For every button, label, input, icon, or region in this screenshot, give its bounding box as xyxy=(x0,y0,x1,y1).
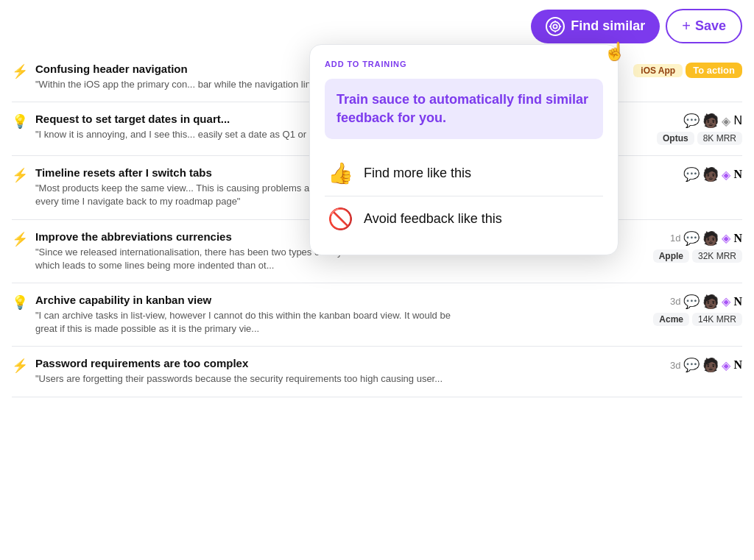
linear-icon: ◈ xyxy=(722,231,730,245)
bulb-icon: 💡 xyxy=(12,294,28,311)
feedback-title: Password requirements are too complex xyxy=(35,357,443,369)
bulb-icon: 💡 xyxy=(12,113,28,130)
slack-icon: 💬 xyxy=(683,230,700,247)
popup-highlight-text: Train sauce to automatically find simila… xyxy=(337,91,591,127)
avoid-feedback-label: Avoid feedback like this xyxy=(364,211,502,227)
notion-icon: N xyxy=(733,232,742,245)
person-icon: 🧑🏿 xyxy=(702,166,719,182)
bolt-icon: ⚡ xyxy=(12,231,28,247)
company-badge: Acme xyxy=(653,313,689,326)
notion-icon: N xyxy=(733,358,742,372)
find-similar-label: Find similar xyxy=(571,18,645,34)
to-action-badge: To action xyxy=(686,63,742,78)
add-to-training-popup: ADD TO TRAINING Train sauce to automatic… xyxy=(309,44,619,255)
feedback-meta: iOS App To action xyxy=(633,63,742,78)
meta-time: 3d xyxy=(670,360,680,371)
bolt-icon: ⚡ xyxy=(12,167,28,183)
popup-divider xyxy=(325,196,603,196)
feedback-meta: 💬 🧑🏿 ◈ N xyxy=(683,166,742,182)
save-label: Save xyxy=(695,18,726,34)
slack-icon: 💬 xyxy=(683,166,700,182)
feedback-meta: 3d 💬 🧑🏿 ◈ N xyxy=(670,357,742,373)
company-badge: Apple xyxy=(653,249,689,263)
find-similar-button[interactable]: Find similar xyxy=(531,10,660,43)
feedback-item-left: ⚡ Password requirements are too complex … xyxy=(12,357,670,386)
feedback-meta: 3d 💬 🧑🏿 ◈ N Acme 14K MRR xyxy=(653,294,742,326)
mrr-badge: 8K MRR xyxy=(697,132,742,145)
find-more-label: Find more like this xyxy=(364,166,471,181)
linear-icon: ◈ xyxy=(722,294,730,308)
linear-icon: ◈ xyxy=(722,168,730,182)
bolt-icon: ⚡ xyxy=(12,358,28,374)
find-similar-icon xyxy=(546,17,565,36)
feedback-title: Archive capability in kanban view xyxy=(35,294,462,306)
popup-highlight: Train sauce to automatically find simila… xyxy=(325,79,603,139)
feedback-meta: 💬 🧑🏿 ◈ N Optus 8K MRR xyxy=(657,113,742,145)
svg-point-0 xyxy=(551,21,560,31)
find-more-option[interactable]: 👍 Find more like this xyxy=(325,152,603,194)
feedback-body: "I can archive tasks in list-view, howev… xyxy=(35,309,462,336)
feedback-meta: 1d 💬 🧑🏿 ◈ N Apple 32K MRR xyxy=(653,230,742,263)
meta-time: 3d xyxy=(670,296,680,307)
notion-icon: N xyxy=(733,168,742,181)
notion-icon: N xyxy=(733,295,742,308)
feedback-body: "Users are forgetting their passwords be… xyxy=(35,372,443,386)
ios-app-badge: iOS App xyxy=(633,64,683,77)
company-badge: Optus xyxy=(657,132,694,145)
person-icon: 🧑🏿 xyxy=(702,294,719,310)
feedback-item-left: 💡 Archive capability in kanban view "I c… xyxy=(12,294,653,336)
slack-icon: 💬 xyxy=(683,357,700,373)
avoid-feedback-option[interactable]: 🚫 Avoid feedback like this xyxy=(325,198,603,240)
main-content: Find similar + Save ⚡ Confusing header n… xyxy=(0,0,754,560)
feedback-item: ⚡ Password requirements are too complex … xyxy=(12,347,742,397)
person-icon: 🧑🏿 xyxy=(702,230,719,247)
no-entry-icon: 🚫 xyxy=(328,207,353,231)
popup-title: ADD TO TRAINING xyxy=(325,60,603,68)
slack-icon: 💬 xyxy=(683,294,700,310)
plus-icon: + xyxy=(682,18,691,35)
svg-point-1 xyxy=(554,24,557,28)
linear-icon: ◈ xyxy=(722,114,730,128)
feedback-item: 💡 Archive capability in kanban view "I c… xyxy=(12,283,742,347)
slack-icon: 💬 xyxy=(683,113,700,129)
person-icon: 🧑🏿 xyxy=(702,357,719,373)
bolt-icon: ⚡ xyxy=(12,63,28,79)
mrr-badge: 32K MRR xyxy=(692,249,742,263)
save-button[interactable]: + Save xyxy=(666,9,742,43)
mrr-badge: 14K MRR xyxy=(692,313,742,326)
thumbs-up-icon: 👍 xyxy=(328,161,353,185)
person-icon: 🧑🏿 xyxy=(702,113,719,129)
meta-time: 1d xyxy=(670,233,680,244)
linear-icon: ◈ xyxy=(722,358,730,372)
notion-icon: N xyxy=(733,114,742,127)
